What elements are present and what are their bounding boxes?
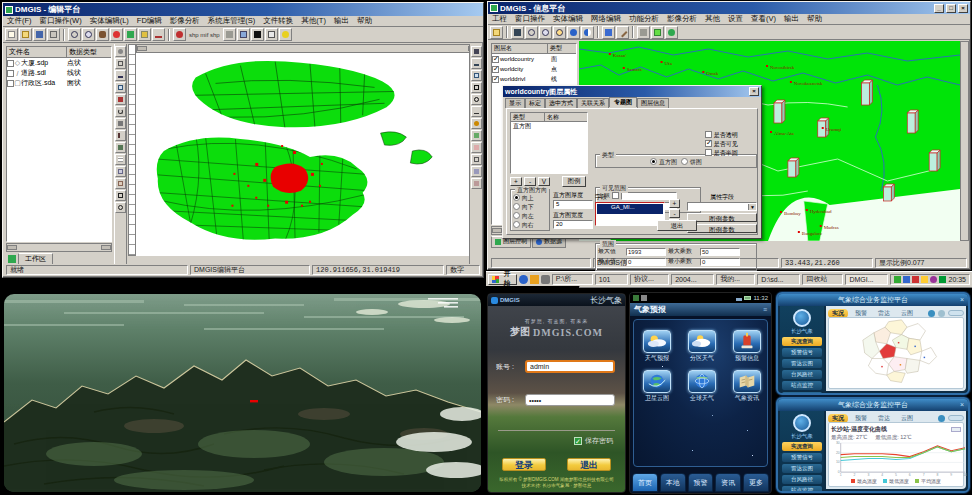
- column-header-filename[interactable]: 文件名: [7, 47, 67, 57]
- up-icon[interactable]: [471, 166, 482, 177]
- edit-icon[interactable]: [138, 28, 151, 41]
- legend-params2-button[interactable]: 图例参数: [687, 224, 757, 233]
- tray-icon[interactable]: [930, 276, 937, 283]
- file-row[interactable]: ◇ 大厦.sdp 点状: [7, 58, 111, 68]
- symbol-icon[interactable]: [471, 118, 482, 129]
- rect-icon[interactable]: [115, 190, 126, 201]
- globe-half-icon[interactable]: [581, 26, 594, 39]
- task-button[interactable]: 101: [595, 274, 628, 285]
- halfcircle-checkbox[interactable]: 是否半圆: [705, 149, 757, 158]
- menu-other[interactable]: 其他(T): [297, 15, 330, 27]
- radio-up[interactable]: 向上: [513, 194, 547, 203]
- remove-button[interactable]: -: [524, 177, 536, 186]
- eraser-icon[interactable]: [471, 142, 482, 153]
- sidebar-item-warning[interactable]: 预警信号: [782, 348, 822, 357]
- close-icon[interactable]: ×: [960, 296, 964, 303]
- chart-icon[interactable]: [651, 26, 664, 39]
- menu-image-analysis[interactable]: 影像分析: [663, 13, 701, 25]
- fill-icon[interactable]: [471, 130, 482, 141]
- editor-map-canvas[interactable]: [136, 52, 471, 256]
- zoom-free-icon[interactable]: [553, 26, 566, 39]
- full-extent-icon[interactable]: [110, 28, 123, 41]
- radio-left[interactable]: 向左: [513, 212, 547, 221]
- min-mult-input[interactable]: 0: [700, 258, 740, 266]
- sidebar-item-typhoon[interactable]: 台风路径: [782, 370, 822, 379]
- row-checkbox[interactable]: [7, 60, 14, 67]
- apply-button[interactable]: V: [538, 177, 550, 186]
- tray-icon[interactable]: [894, 276, 901, 283]
- grid-icon[interactable]: [251, 28, 264, 41]
- task-button-active[interactable]: DMGI...: [845, 274, 888, 285]
- menu-file-convert[interactable]: 文件转换: [259, 15, 297, 27]
- exit-button[interactable]: 退出: [567, 458, 611, 471]
- app-satellite-cloud[interactable]: 卫星云图: [642, 370, 672, 403]
- pause-icon[interactable]: [602, 26, 615, 39]
- down-icon[interactable]: [471, 178, 482, 189]
- menu-system-lib[interactable]: 系统库管理(S): [204, 15, 260, 27]
- cut-icon[interactable]: [115, 130, 126, 141]
- polygon-icon[interactable]: [471, 70, 482, 81]
- account-input[interactable]: [525, 360, 615, 373]
- file-row[interactable]: / 道路.sdl 线状: [7, 68, 111, 78]
- print-icon[interactable]: [47, 28, 60, 41]
- circle-icon[interactable]: [115, 202, 126, 213]
- tab-home[interactable]: 首页: [632, 473, 658, 492]
- pointer-icon[interactable]: [471, 46, 482, 57]
- task-button[interactable]: 协议...: [630, 274, 669, 285]
- layers-icon[interactable]: [265, 28, 278, 41]
- maximize-button[interactable]: □: [946, 4, 956, 13]
- column-header-layertype[interactable]: 类型: [548, 44, 562, 53]
- tab-thematic-map[interactable]: 专题图: [609, 97, 637, 107]
- printer-icon[interactable]: [637, 26, 650, 39]
- task-button[interactable]: P:\所...: [552, 274, 593, 285]
- sidebar-item-radar[interactable]: 雷达云图: [782, 359, 822, 368]
- stop-icon[interactable]: [173, 28, 186, 41]
- row-checkbox[interactable]: [7, 80, 14, 87]
- quicklaunch-desktop-icon[interactable]: [541, 275, 550, 284]
- tab-more[interactable]: 更多: [743, 473, 769, 492]
- info-icon[interactable]: [665, 26, 678, 39]
- file-row[interactable]: ▢ 行政区.sda 面状: [7, 78, 111, 88]
- app-warning-info[interactable]: 预警信息: [732, 330, 762, 363]
- menu-output[interactable]: 输出: [330, 15, 353, 27]
- dialog-titlebar[interactable]: worldcountry图层属性 ×: [503, 86, 761, 97]
- list-row-histogram[interactable]: 直方图: [511, 122, 587, 131]
- exit-button[interactable]: 退出: [657, 220, 697, 231]
- attr-field-dropdown[interactable]: ▼: [687, 202, 757, 211]
- field-remove-button[interactable]: -: [669, 209, 680, 218]
- new-icon[interactable]: [5, 28, 18, 41]
- password-input[interactable]: [525, 394, 615, 406]
- quicklaunch-folder-icon[interactable]: [530, 275, 539, 284]
- tray-icon[interactable]: [912, 276, 919, 283]
- task-button[interactable]: 2004...: [671, 274, 714, 285]
- sidebar-item-radar[interactable]: 雷达云图: [782, 464, 822, 473]
- node-icon[interactable]: [115, 94, 126, 105]
- menu-image-analysis[interactable]: 影像分析: [166, 15, 204, 27]
- ellipse-icon[interactable]: [471, 94, 482, 105]
- tab-local[interactable]: 本地: [660, 473, 686, 492]
- menu-window[interactable]: 窗口操作(W): [36, 15, 86, 27]
- clock[interactable]: 20:35: [948, 276, 966, 283]
- pan-icon[interactable]: [96, 28, 109, 41]
- menu-view[interactable]: 查看(V): [747, 13, 780, 25]
- dialog-close-button[interactable]: ×: [749, 87, 759, 96]
- copy-icon[interactable]: [115, 166, 126, 177]
- export-button[interactable]: [951, 427, 961, 432]
- settings-icon[interactable]: [938, 310, 945, 317]
- field-selected[interactable]: GA_MI...: [597, 204, 663, 214]
- paste-icon[interactable]: [115, 178, 126, 189]
- zoom-out-icon[interactable]: [82, 28, 95, 41]
- layer-row[interactable]: worlddrivl 线: [492, 74, 576, 84]
- min-input[interactable]: 0: [626, 258, 666, 266]
- thematic-list[interactable]: 类型 名称 直方图: [510, 112, 588, 174]
- terrain-3d-view[interactable]: [4, 294, 481, 492]
- task-button[interactable]: D:\sd...: [757, 274, 800, 285]
- quicklaunch-ie-icon[interactable]: [519, 275, 528, 284]
- width-input[interactable]: 20: [553, 220, 593, 229]
- sidebar-item-stations[interactable]: 站点监控: [782, 486, 822, 493]
- open-icon[interactable]: [490, 26, 503, 39]
- app-weather-forecast[interactable]: 天气预报: [642, 330, 672, 363]
- layer-visible-checkbox[interactable]: [492, 56, 499, 63]
- minimize-button[interactable]: _: [934, 4, 944, 13]
- rectangle-icon[interactable]: [471, 82, 482, 93]
